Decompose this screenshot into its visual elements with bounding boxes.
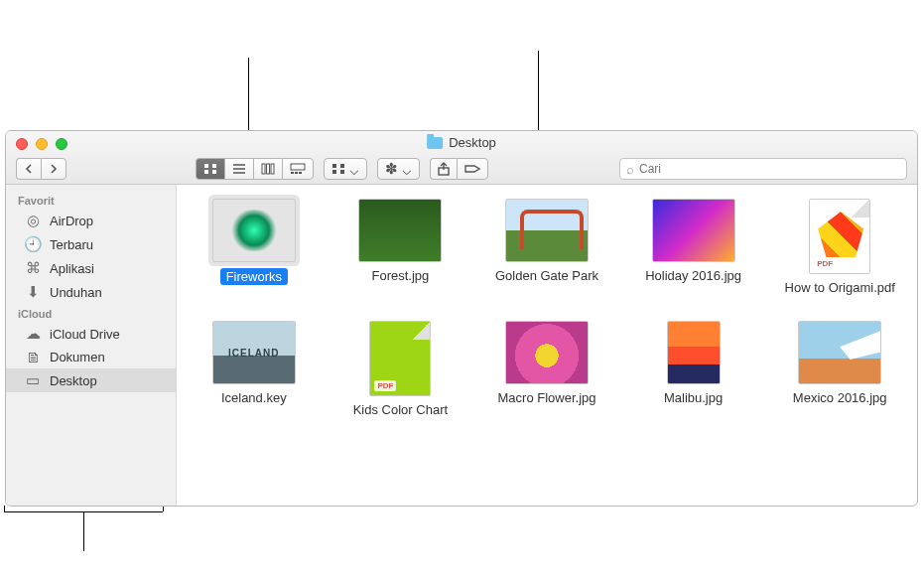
file-label: Mexico 2016.jpg: [793, 390, 887, 405]
back-button[interactable]: [16, 158, 41, 180]
forward-button[interactable]: [41, 158, 66, 180]
file-item[interactable]: Holiday 2016.jpg: [624, 199, 763, 295]
file-thumbnail: [798, 321, 881, 384]
callout-line: [538, 51, 539, 132]
download-icon: ⬇: [24, 283, 42, 301]
toolbar: ⌵ ✽⌵ ⌕: [16, 157, 907, 181]
sidebar-item-recents[interactable]: 🕘 Terbaru: [6, 232, 176, 256]
file-label: Golden Gate Park: [495, 268, 598, 283]
svg-rect-8: [267, 164, 270, 174]
fullscreen-button[interactable]: [56, 138, 67, 150]
sidebar-item-icloud-drive[interactable]: ☁ iCloud Drive: [6, 322, 176, 346]
view-mode-buttons: [196, 158, 314, 180]
action-menu-button[interactable]: ✽⌵: [377, 158, 420, 180]
sidebar-item-label: Terbaru: [50, 237, 93, 252]
svg-rect-16: [332, 170, 336, 174]
sidebar-item-downloads[interactable]: ⬇ Unduhan: [6, 280, 176, 304]
icon-view-button[interactable]: [196, 158, 224, 180]
file-label: Forest.jpg: [371, 268, 429, 283]
sidebar: Favorit ◎ AirDrop 🕘 Terbaru ⌘ Aplikasi ⬇…: [6, 185, 177, 506]
group-by-button[interactable]: ⌵: [324, 158, 367, 180]
clock-icon: 🕘: [24, 235, 42, 253]
svg-rect-11: [291, 172, 294, 174]
file-thumbnail: PDF: [809, 199, 870, 274]
callout-line: [4, 506, 5, 511]
sidebar-item-label: Unduhan: [50, 285, 102, 300]
sidebar-item-label: iCloud Drive: [50, 327, 120, 342]
svg-rect-9: [271, 164, 274, 174]
sidebar-item-label: AirDrop: [50, 214, 93, 228]
file-label: Macro Flower.jpg: [498, 390, 596, 405]
close-button[interactable]: [16, 138, 28, 150]
file-label: Iceland.key: [221, 390, 287, 405]
file-label: How to Origami.pdf: [785, 280, 895, 295]
sidebar-section-header: Favorit: [6, 191, 176, 209]
file-item[interactable]: Malibu.jpg: [624, 321, 763, 417]
file-item[interactable]: Mexico 2016.jpg: [770, 321, 909, 417]
file-thumbnail: [505, 199, 589, 262]
search-icon: ⌕: [626, 162, 634, 177]
sidebar-item-desktop[interactable]: ▭ Desktop: [6, 368, 176, 392]
svg-rect-10: [291, 164, 305, 170]
file-thumbnail: [667, 321, 721, 384]
file-label: Fireworks: [220, 268, 288, 285]
airdrop-icon: ◎: [24, 212, 42, 229]
cloud-icon: ☁: [24, 325, 42, 343]
list-view-button[interactable]: [224, 158, 253, 180]
file-thumbnail: [652, 199, 735, 262]
search-field[interactable]: ⌕: [619, 158, 907, 180]
file-thumbnail: [358, 199, 442, 262]
svg-rect-7: [262, 164, 265, 174]
file-item[interactable]: Golden Gate Park: [477, 199, 616, 295]
sidebar-item-label: Dokumen: [50, 350, 105, 364]
search-input[interactable]: [639, 162, 900, 176]
finder-window: Desktop ⌵ ✽⌵ ⌕: [5, 130, 918, 507]
file-thumbnail: [212, 321, 296, 384]
file-item[interactable]: Forest.jpg: [331, 199, 470, 295]
svg-rect-15: [340, 164, 344, 168]
svg-rect-0: [204, 164, 208, 168]
nav-buttons: [16, 158, 66, 180]
sidebar-item-airdrop[interactable]: ◎ AirDrop: [6, 209, 176, 232]
titlebar: Desktop ⌵ ✽⌵ ⌕: [6, 131, 917, 185]
traffic-lights: [16, 138, 67, 150]
sidebar-section-header: iCloud: [6, 304, 176, 322]
svg-rect-3: [212, 170, 216, 174]
file-item[interactable]: PDFHow to Origami.pdf: [770, 199, 909, 295]
sidebar-item-applications[interactable]: ⌘ Aplikasi: [6, 256, 176, 280]
sidebar-item-documents[interactable]: 🗎 Dokumen: [6, 346, 176, 368]
file-thumbnail: PDF: [369, 321, 431, 396]
tags-button[interactable]: [457, 158, 488, 180]
share-button[interactable]: [430, 158, 457, 180]
file-label: Malibu.jpg: [664, 390, 723, 405]
svg-rect-1: [212, 164, 216, 168]
file-thumbnail: [212, 199, 296, 262]
window-title: Desktop: [427, 135, 496, 150]
file-item[interactable]: Fireworks: [185, 199, 324, 295]
window-title-text: Desktop: [449, 135, 496, 150]
desktop-icon: ▭: [24, 371, 42, 389]
file-grid: FireworksForest.jpgGolden Gate ParkHolid…: [185, 199, 909, 417]
svg-rect-17: [340, 170, 344, 174]
minimize-button[interactable]: [36, 138, 48, 150]
share-tag-buttons: [430, 158, 488, 180]
svg-rect-14: [332, 164, 336, 168]
column-view-button[interactable]: [253, 158, 282, 180]
file-label: Holiday 2016.jpg: [645, 268, 741, 283]
callout-line: [83, 511, 84, 551]
doc-icon: 🗎: [24, 349, 42, 365]
gallery-view-button[interactable]: [282, 158, 314, 180]
file-item[interactable]: Iceland.key: [185, 321, 324, 417]
sidebar-item-label: Desktop: [50, 373, 97, 388]
sidebar-item-label: Aplikasi: [50, 261, 94, 276]
content-area: FireworksForest.jpgGolden Gate ParkHolid…: [177, 185, 917, 506]
file-item[interactable]: Macro Flower.jpg: [477, 321, 616, 417]
file-label: Kids Color Chart: [353, 402, 448, 417]
svg-rect-12: [295, 172, 298, 174]
apps-icon: ⌘: [24, 259, 42, 277]
svg-rect-13: [299, 172, 302, 174]
svg-rect-2: [204, 170, 208, 174]
file-item[interactable]: PDFKids Color Chart: [331, 321, 470, 417]
folder-icon: [427, 137, 443, 149]
file-thumbnail: [505, 321, 589, 384]
